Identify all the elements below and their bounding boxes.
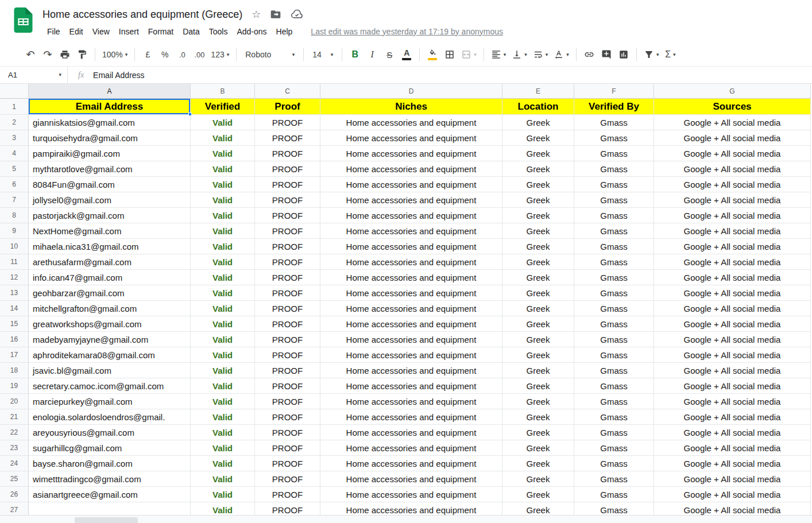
cell-verified-by[interactable]: Gmass: [574, 425, 654, 440]
cell-verified-by[interactable]: Gmass: [574, 285, 654, 301]
cell-email[interactable]: 8084Fun@gmail.com: [29, 177, 191, 192]
cell-email[interactable]: wimetttradingco@gmail.com: [29, 471, 191, 487]
cell-verified[interactable]: Valid: [191, 161, 255, 177]
row-number[interactable]: 14: [0, 301, 29, 316]
cell-niches[interactable]: Home accessories and equipment: [320, 161, 502, 177]
menu-format[interactable]: Format: [144, 25, 178, 38]
row-number[interactable]: 27: [0, 502, 29, 515]
cell-location[interactable]: Greek: [502, 347, 574, 363]
cell-location[interactable]: Greek: [502, 378, 574, 394]
cell-email[interactable]: marciepurkey@gmail.com: [29, 394, 191, 409]
strikethrough-button[interactable]: S: [381, 46, 398, 63]
cell-niches[interactable]: Home accessories and equipment: [320, 440, 502, 456]
row-number[interactable]: 20: [0, 394, 29, 409]
sheet-tab[interactable]: [75, 517, 138, 523]
cell-niches[interactable]: Home accessories and equipment: [320, 363, 502, 378]
cell-proof[interactable]: PROOF: [255, 285, 320, 301]
row-number[interactable]: 9: [0, 223, 29, 239]
cell-verified[interactable]: Valid: [191, 378, 255, 394]
cell-sources[interactable]: Google + All social media: [654, 208, 811, 223]
cell-location[interactable]: Greek: [502, 130, 574, 146]
cell-verified-by[interactable]: Gmass: [574, 409, 654, 425]
number-format-select[interactable]: 123▾: [208, 46, 232, 63]
cell-location[interactable]: Greek: [502, 285, 574, 301]
cell-verified[interactable]: Valid: [191, 409, 255, 425]
cell-location[interactable]: Greek: [502, 487, 574, 502]
cell-sources[interactable]: Google + All social media: [654, 502, 811, 515]
cell-proof[interactable]: PROOF: [255, 471, 320, 487]
row-number[interactable]: 13: [0, 285, 29, 301]
name-box[interactable]: A1 ▾: [0, 67, 68, 83]
menu-insert[interactable]: Insert: [114, 25, 144, 38]
row-number[interactable]: 16: [0, 332, 29, 347]
cell-C1[interactable]: Proof: [255, 99, 320, 115]
cell-niches[interactable]: Home accessories and equipment: [320, 409, 502, 425]
merge-cells-select[interactable]: ▾: [458, 46, 480, 63]
cell-proof[interactable]: PROOF: [255, 254, 320, 270]
cell-verified-by[interactable]: Gmass: [574, 502, 654, 515]
cell-location[interactable]: Greek: [502, 332, 574, 347]
cell-proof[interactable]: PROOF: [255, 177, 320, 192]
increase-decimal-button[interactable]: .00: [191, 46, 208, 63]
print-button[interactable]: [56, 46, 74, 63]
cell-sources[interactable]: Google + All social media: [654, 316, 811, 332]
row-number[interactable]: 2: [0, 115, 29, 130]
cell-verified-by[interactable]: Gmass: [574, 146, 654, 161]
cell-niches[interactable]: Home accessories and equipment: [320, 316, 502, 332]
cell-verified-by[interactable]: Gmass: [574, 115, 654, 130]
cell-sources[interactable]: Google + All social media: [654, 378, 811, 394]
cell-niches[interactable]: Home accessories and equipment: [320, 285, 502, 301]
cell-email[interactable]: NextHome@gmail.com: [29, 223, 191, 239]
cell-location[interactable]: Greek: [502, 316, 574, 332]
cell-niches[interactable]: Home accessories and equipment: [320, 456, 502, 471]
cell-proof[interactable]: PROOF: [255, 487, 320, 502]
cell-sources[interactable]: Google + All social media: [654, 146, 811, 161]
cell-sources[interactable]: Google + All social media: [654, 409, 811, 425]
cell-location[interactable]: Greek: [502, 363, 574, 378]
cell-email[interactable]: mihaela.nica31@gmail.com: [29, 239, 191, 254]
cell-verified[interactable]: Valid: [191, 363, 255, 378]
vertical-align-select[interactable]: ▾: [509, 46, 530, 63]
cell-verified[interactable]: Valid: [191, 146, 255, 161]
row-number-1[interactable]: 1: [0, 99, 29, 115]
cell-verified-by[interactable]: Gmass: [574, 254, 654, 270]
cell-proof[interactable]: PROOF: [255, 502, 320, 515]
column-header-F[interactable]: F: [574, 84, 654, 99]
cell-D1[interactable]: Niches: [320, 99, 502, 115]
cell-email[interactable]: asianartgreece@gmail.com: [29, 487, 191, 502]
row-number[interactable]: 6: [0, 177, 29, 192]
cell-sources[interactable]: Google + All social media: [654, 115, 811, 130]
menu-data[interactable]: Data: [178, 25, 204, 38]
cell-proof[interactable]: PROOF: [255, 347, 320, 363]
cell-verified[interactable]: Valid: [191, 115, 255, 130]
cell-verified[interactable]: Valid: [191, 332, 255, 347]
cell-sources[interactable]: Google + All social media: [654, 456, 811, 471]
italic-button[interactable]: I: [364, 46, 381, 63]
filter-select[interactable]: ▾: [641, 46, 662, 63]
paint-format-button[interactable]: [74, 46, 91, 63]
fill-color-button[interactable]: [424, 46, 441, 63]
row-number[interactable]: 18: [0, 363, 29, 378]
cell-proof[interactable]: PROOF: [255, 223, 320, 239]
cell-email[interactable]: gianniskatsios@gmail.com: [29, 115, 191, 130]
cell-verified[interactable]: Valid: [191, 487, 255, 502]
cell-email[interactable]: mitchellgrafton@gmail.com: [29, 301, 191, 316]
cell-sources[interactable]: Google + All social media: [654, 130, 811, 146]
cell-sources[interactable]: Google + All social media: [654, 270, 811, 285]
cell-email[interactable]: pampiraiki@gmail.com: [29, 146, 191, 161]
row-number[interactable]: 24: [0, 456, 29, 471]
cell-verified[interactable]: Valid: [191, 301, 255, 316]
row-number[interactable]: 17: [0, 347, 29, 363]
cell-proof[interactable]: PROOF: [255, 146, 320, 161]
cell-proof[interactable]: PROOF: [255, 394, 320, 409]
cell-verified[interactable]: Valid: [191, 177, 255, 192]
functions-select[interactable]: Σ▾: [662, 46, 679, 63]
cell-location[interactable]: Greek: [502, 425, 574, 440]
cell-B1[interactable]: Verified: [191, 99, 255, 115]
cell-verified-by[interactable]: Gmass: [574, 394, 654, 409]
cell-G1[interactable]: Sources: [654, 99, 811, 115]
cell-location[interactable]: Greek: [502, 254, 574, 270]
row-number[interactable]: 15: [0, 316, 29, 332]
cell-verified-by[interactable]: Gmass: [574, 208, 654, 223]
cell-verified-by[interactable]: Gmass: [574, 332, 654, 347]
